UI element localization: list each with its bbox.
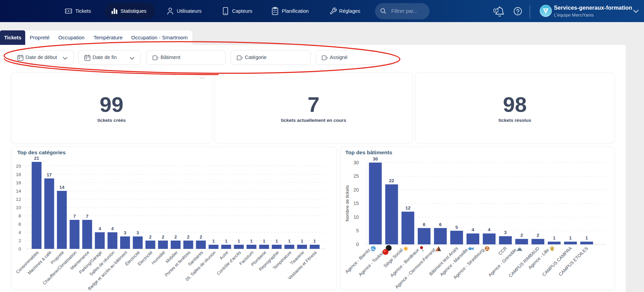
svg-text:2: 2 xyxy=(162,234,164,240)
svg-text:10: 10 xyxy=(16,205,21,210)
svg-text:Agence - Strasbourg: Agence - Strasbourg xyxy=(452,247,485,280)
svg-text:1: 1 xyxy=(276,239,278,244)
svg-text:6: 6 xyxy=(423,222,425,227)
svg-text:1: 1 xyxy=(238,239,240,244)
svg-text:CAMPUS ETOILES: CAMPUS ETOILES xyxy=(558,245,589,277)
svg-text:6: 6 xyxy=(439,222,442,227)
svg-text:7: 7 xyxy=(73,214,76,219)
svg-text:1: 1 xyxy=(301,239,303,244)
svg-text:14: 14 xyxy=(16,188,21,194)
svg-text:2: 2 xyxy=(149,234,152,240)
svg-text:17: 17 xyxy=(47,172,51,177)
svg-text:1: 1 xyxy=(225,239,227,244)
svg-text:4: 4 xyxy=(18,230,21,235)
svg-text:1: 1 xyxy=(288,239,290,244)
svg-text:2: 2 xyxy=(537,233,539,238)
svg-text:Top des bâtiments: Top des bâtiments xyxy=(345,149,392,155)
svg-text:0: 0 xyxy=(18,246,21,252)
svg-text:25: 25 xyxy=(353,173,359,179)
svg-text:Agence - Bordeaux: Agence - Bordeaux xyxy=(389,247,420,278)
svg-text:2: 2 xyxy=(18,238,21,243)
svg-text:2: 2 xyxy=(174,234,177,240)
svg-text:30: 30 xyxy=(353,160,359,165)
svg-text:7: 7 xyxy=(86,214,88,219)
svg-text:Nombre de tickets: Nombre de tickets xyxy=(345,185,350,221)
svg-text:10: 10 xyxy=(353,214,359,220)
svg-text:4: 4 xyxy=(472,227,474,232)
svg-text:1: 1 xyxy=(263,239,265,244)
svg-text:30: 30 xyxy=(373,156,378,162)
svg-text:4: 4 xyxy=(98,226,101,231)
svg-text:Machines à café: Machines à café xyxy=(27,250,52,275)
svg-text:Parking/Garage: Parking/Garage xyxy=(78,250,103,275)
svg-text:20: 20 xyxy=(353,187,359,193)
svg-text:Top des catégories: Top des catégories xyxy=(17,149,66,155)
svg-text:3: 3 xyxy=(136,230,139,235)
svg-text:3: 3 xyxy=(504,230,507,235)
svg-text:1: 1 xyxy=(569,235,572,241)
svg-text:4: 4 xyxy=(488,227,491,232)
svg-text:18: 18 xyxy=(16,172,21,177)
svg-text:2: 2 xyxy=(187,234,190,240)
svg-text:1: 1 xyxy=(585,235,588,241)
svg-text:0: 0 xyxy=(356,242,359,247)
svg-text:2: 2 xyxy=(200,234,202,240)
svg-text:1: 1 xyxy=(553,235,556,241)
svg-text:6: 6 xyxy=(18,222,21,227)
svg-text:1: 1 xyxy=(314,239,316,244)
svg-text:21: 21 xyxy=(34,156,39,161)
svg-text:12: 12 xyxy=(405,205,411,211)
svg-text:Contrôle d'accès: Contrôle d'accès xyxy=(216,250,242,276)
svg-text:8: 8 xyxy=(18,213,21,218)
svg-text:2: 2 xyxy=(520,233,523,238)
svg-text:15: 15 xyxy=(353,201,359,206)
svg-text:5: 5 xyxy=(455,225,458,230)
svg-text:Autre: Autre xyxy=(219,250,229,261)
svg-text:12: 12 xyxy=(16,197,21,202)
svg-text:20: 20 xyxy=(16,164,21,169)
svg-text:16: 16 xyxy=(16,180,21,185)
svg-text:1: 1 xyxy=(250,239,253,244)
svg-text:22: 22 xyxy=(389,178,394,183)
svg-text:5: 5 xyxy=(356,228,359,233)
svg-text:3: 3 xyxy=(124,230,126,235)
svg-text:Humidité: Humidité xyxy=(151,250,166,265)
svg-text:1: 1 xyxy=(212,239,215,244)
svg-text:14: 14 xyxy=(59,185,65,190)
svg-text:Consommables: Consommables xyxy=(15,250,40,274)
svg-text:4: 4 xyxy=(111,226,114,231)
